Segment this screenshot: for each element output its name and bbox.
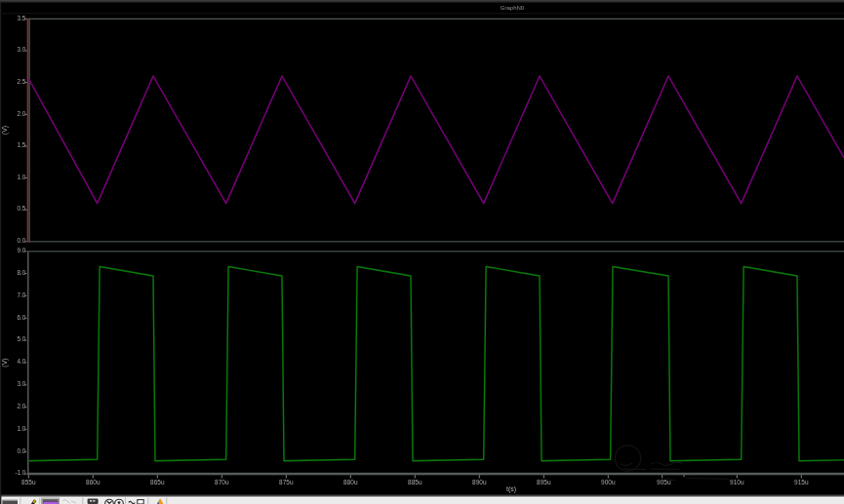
- svg-text:9.0: 9.0: [18, 247, 26, 253]
- svg-text:2.0: 2.0: [18, 403, 26, 409]
- svg-text:(V): (V): [1, 126, 9, 135]
- svg-text:865u: 865u: [150, 479, 165, 485]
- svg-text:1.5: 1.5: [18, 141, 26, 148]
- svg-text:-1.0: -1.0: [15, 469, 25, 476]
- svg-text:7.0: 7.0: [18, 291, 26, 298]
- svg-text:5.0: 5.0: [18, 335, 26, 342]
- svg-text:GraphN0: GraphN0: [501, 5, 525, 11]
- svg-text:8.0: 8.0: [18, 269, 26, 276]
- svg-text:915u: 915u: [794, 479, 809, 485]
- svg-text:1.0: 1.0: [18, 174, 26, 180]
- svg-text:6.0: 6.0: [18, 314, 26, 321]
- svg-text:3.0: 3.0: [18, 380, 26, 387]
- svg-text:890u: 890u: [472, 479, 487, 485]
- svg-text:0.0: 0.0: [18, 447, 26, 454]
- svg-text:0.5: 0.5: [18, 205, 26, 212]
- svg-text:875u: 875u: [279, 479, 294, 485]
- svg-text:880u: 880u: [343, 479, 358, 485]
- svg-text:885u: 885u: [408, 479, 422, 485]
- svg-text:860u: 860u: [86, 479, 100, 485]
- svg-text:895u: 895u: [537, 479, 551, 485]
- svg-text:(V): (V): [1, 358, 9, 367]
- svg-text:900u: 900u: [601, 479, 616, 485]
- svg-text:870u: 870u: [215, 479, 229, 485]
- svg-text:3.0: 3.0: [18, 46, 26, 53]
- svg-text:3.5: 3.5: [18, 15, 26, 21]
- svg-text:855u: 855u: [21, 479, 36, 485]
- svg-text:2.0: 2.0: [18, 110, 26, 117]
- svg-text:1.0: 1.0: [18, 425, 26, 432]
- svg-text:2.5: 2.5: [18, 78, 26, 85]
- svg-text:t(s): t(s): [506, 485, 516, 493]
- svg-text:910u: 910u: [730, 479, 744, 485]
- svg-text:0.0: 0.0: [18, 237, 26, 244]
- svg-text:4.0: 4.0: [18, 358, 26, 365]
